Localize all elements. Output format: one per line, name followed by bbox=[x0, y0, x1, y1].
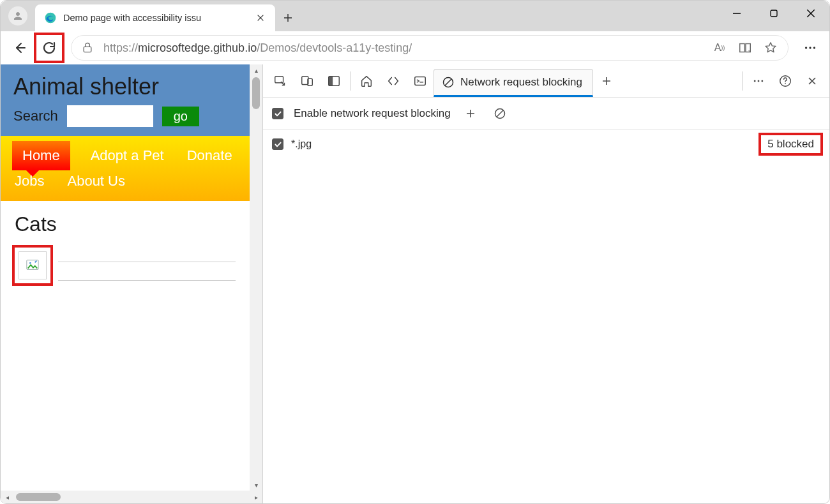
scroll-up-icon[interactable]: ▴ bbox=[250, 64, 262, 76]
blocking-pattern-row[interactable]: *.jpg 5 blocked bbox=[263, 130, 829, 158]
vertical-scrollbar[interactable]: ▴ ▾ bbox=[250, 64, 262, 491]
page-title: Animal shelter bbox=[13, 73, 237, 100]
browser-toolbar: https://microsoftedge.github.io/Demos/de… bbox=[1, 31, 829, 64]
back-button[interactable] bbox=[6, 34, 34, 62]
content-area: ▴ ▾ Animal shelter Search go Home Adopt … bbox=[1, 64, 829, 503]
refresh-button[interactable] bbox=[35, 34, 63, 62]
address-bar[interactable]: https://microsoftedge.github.io/Demos/de… bbox=[71, 35, 788, 61]
more-tabs-button[interactable] bbox=[593, 68, 620, 94]
devtools-help-button[interactable] bbox=[772, 68, 799, 94]
elements-tab-icon[interactable] bbox=[380, 68, 407, 94]
search-label: Search bbox=[13, 108, 58, 124]
enable-blocking-label: Enable network request blocking bbox=[294, 107, 451, 120]
section-heading-cats: Cats bbox=[15, 212, 236, 236]
svg-rect-13 bbox=[415, 77, 426, 85]
svg-rect-12 bbox=[329, 76, 333, 85]
tab-close-button[interactable] bbox=[253, 11, 268, 25]
svg-point-19 bbox=[785, 83, 786, 84]
window-titlebar: Demo page with accessibility issu bbox=[1, 1, 829, 31]
read-aloud-button[interactable]: A)) bbox=[709, 37, 730, 59]
remove-all-patterns-button[interactable] bbox=[490, 104, 509, 123]
blocked-count-badge: 5 blocked bbox=[761, 135, 820, 153]
enable-blocking-checkbox[interactable] bbox=[272, 108, 283, 119]
devtools-panel: Network request blocking Enable network … bbox=[262, 64, 829, 503]
blocking-toolbar: Enable network request blocking bbox=[263, 98, 829, 130]
nav-item-home[interactable]: Home bbox=[12, 141, 70, 170]
site-info-lock-icon[interactable] bbox=[78, 38, 97, 57]
profile-avatar[interactable] bbox=[8, 6, 27, 26]
window-minimize-button[interactable] bbox=[718, 1, 755, 26]
tab-network-request-blocking[interactable]: Network request blocking bbox=[434, 69, 593, 97]
broken-image-icon bbox=[19, 251, 47, 279]
page-pane: ▴ ▾ Animal shelter Search go Home Adopt … bbox=[1, 64, 262, 503]
pattern-checkbox[interactable] bbox=[272, 138, 283, 150]
edge-favicon-icon bbox=[44, 11, 57, 24]
devtools-close-button[interactable] bbox=[799, 68, 826, 94]
svg-point-17 bbox=[761, 80, 763, 82]
tab-title: Demo page with accessibility issu bbox=[63, 13, 247, 23]
scroll-left-icon[interactable]: ◂ bbox=[1, 494, 13, 501]
block-icon bbox=[442, 76, 455, 89]
reader-mode-button[interactable] bbox=[734, 37, 756, 59]
svg-point-15 bbox=[754, 80, 756, 82]
browser-tab-active[interactable]: Demo page with accessibility issu bbox=[35, 4, 275, 31]
pattern-text: *.jpg bbox=[291, 138, 312, 150]
nav-item-adopt[interactable]: Adopt a Pet bbox=[88, 144, 167, 168]
nav-item-jobs[interactable]: Jobs bbox=[12, 169, 47, 193]
search-go-button[interactable]: go bbox=[162, 107, 199, 126]
highlight-broken-image bbox=[15, 248, 50, 283]
tab-label: Network request blocking bbox=[460, 76, 582, 89]
inspect-element-button[interactable] bbox=[267, 68, 294, 94]
dock-side-button[interactable] bbox=[321, 68, 347, 94]
console-tab-icon[interactable] bbox=[407, 68, 434, 94]
svg-point-4 bbox=[809, 47, 811, 48]
hscroll-thumb[interactable] bbox=[16, 493, 61, 501]
devtools-tab-strip: Network request blocking bbox=[263, 64, 829, 98]
svg-point-3 bbox=[805, 47, 807, 48]
svg-point-16 bbox=[758, 80, 760, 82]
page-header: Animal shelter Search go bbox=[1, 64, 250, 136]
scroll-down-icon[interactable]: ▾ bbox=[250, 479, 262, 491]
devtools-more-button[interactable] bbox=[745, 68, 772, 94]
new-tab-button[interactable] bbox=[275, 4, 301, 31]
window-close-button[interactable] bbox=[792, 1, 829, 26]
main-nav: Home Adopt a Pet Donate Jobs About Us bbox=[1, 136, 250, 201]
svg-point-7 bbox=[29, 262, 31, 264]
svg-point-5 bbox=[813, 47, 815, 48]
settings-more-button[interactable] bbox=[796, 34, 824, 62]
url-text: https://microsoftedge.github.io/Demos/de… bbox=[103, 41, 412, 55]
svg-rect-8 bbox=[275, 76, 283, 82]
svg-rect-2 bbox=[84, 47, 91, 52]
scroll-right-icon[interactable]: ▸ bbox=[250, 494, 262, 501]
nav-item-donate[interactable]: Donate bbox=[185, 144, 235, 168]
horizontal-scrollbar[interactable]: ◂ ▸ bbox=[1, 491, 262, 503]
search-input[interactable] bbox=[67, 105, 153, 127]
svg-rect-1 bbox=[771, 10, 777, 17]
device-emulation-button[interactable] bbox=[294, 68, 321, 94]
scroll-thumb[interactable] bbox=[252, 77, 260, 109]
welcome-tab-icon[interactable] bbox=[353, 68, 380, 94]
window-maximize-button[interactable] bbox=[755, 1, 792, 26]
favorites-button[interactable] bbox=[760, 37, 781, 59]
add-pattern-button[interactable] bbox=[461, 104, 480, 123]
nav-item-about[interactable]: About Us bbox=[64, 169, 128, 193]
